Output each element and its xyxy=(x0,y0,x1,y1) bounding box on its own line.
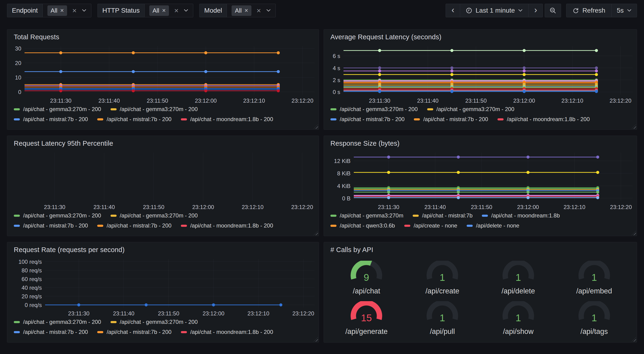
filter-http-status-chip[interactable]: All × xyxy=(149,5,169,16)
legend-item[interactable]: /api/chat - mistral:7b - 200 xyxy=(330,116,404,123)
legend-item[interactable]: /api/chat - gemma3:270m - 200 xyxy=(14,106,101,113)
panel-title[interactable]: Total Requests xyxy=(7,30,319,44)
legend-item[interactable]: /api/chat - mistral:7b xyxy=(413,212,472,219)
refresh-group: Refresh 5s xyxy=(566,4,637,17)
legend-series-color xyxy=(498,118,504,120)
gauge-arc: 9 xyxy=(346,261,386,287)
refresh-interval-dropdown[interactable]: 5s xyxy=(611,4,637,17)
legend-item[interactable]: /api/chat - moondream:1.8b - 200 xyxy=(181,329,273,335)
x-axis-tick-label: 23:12:10 xyxy=(562,98,583,104)
legend-item[interactable]: /api/chat - mistral:7b - 200 xyxy=(97,222,171,229)
data-point xyxy=(457,191,460,194)
legend-item[interactable]: /api/create - none xyxy=(404,222,457,229)
legend-item[interactable]: /api/chat - mistral:7b - 200 xyxy=(14,329,88,335)
x-axis-tick-label: 23:12:20 xyxy=(292,310,314,316)
filter-clear-icon[interactable]: × xyxy=(174,7,178,14)
panel-title[interactable]: Request Rate (requests per second) xyxy=(7,242,319,256)
legend-item[interactable]: /api/chat - mistral:7b - 200 xyxy=(414,116,488,123)
filter-http-status-value[interactable]: All × × xyxy=(144,4,193,17)
panel-title[interactable]: Average Request Latency (seconds) xyxy=(324,30,637,44)
legend-series-label: /api/chat - moondream:1.8b - 200 xyxy=(190,222,273,229)
filter-endpoint-chip[interactable]: All × xyxy=(48,5,67,16)
legend-item[interactable]: /api/chat - gemma3:270m - 200 xyxy=(110,106,198,113)
legend-item[interactable]: /api/chat - mistral:7b - 200 xyxy=(97,329,171,335)
gauge-label: /api/pull xyxy=(430,327,455,336)
time-series-chart[interactable]: 23:11:3023:11:4023:11:5023:12:0023:12:10… xyxy=(324,150,637,211)
x-axis-tick-label: 23:11:40 xyxy=(417,98,438,104)
legend-item[interactable]: /api/delete - none xyxy=(467,222,519,229)
time-shift-back-button[interactable]: ‹ xyxy=(446,4,460,17)
filter-model-chip-text: All xyxy=(235,7,242,14)
legend-item[interactable]: /api/chat - gemma3:270m - 200 xyxy=(110,212,198,219)
filter-model-chip[interactable]: All × xyxy=(232,5,252,16)
time-series-plot[interactable]: 23:11:3023:11:4023:11:5023:12:0023:12:10… xyxy=(324,150,637,211)
chevron-down-icon[interactable] xyxy=(184,9,188,12)
legend-item[interactable]: /api/chat - moondream:1.8b xyxy=(482,212,560,219)
y-axis-tick-label: 10 xyxy=(15,74,21,81)
time-series-chart[interactable]: 23:11:3023:11:4023:11:5023:12:0023:12:10… xyxy=(7,150,319,211)
chart-legend: /api/chat - gemma3:270m - 200/api/chat -… xyxy=(7,211,319,236)
legend-item[interactable]: /api/chat - gemma3:270m - 200 xyxy=(110,319,198,325)
filter-endpoint-label: Endpoint xyxy=(7,4,42,17)
legend-series-color xyxy=(467,225,473,227)
time-series-chart[interactable]: 23:11:3023:11:4023:11:5023:12:0023:12:10… xyxy=(324,44,637,105)
panel-title[interactable]: # Calls by API xyxy=(324,242,637,256)
chevron-down-icon[interactable] xyxy=(266,9,271,12)
y-axis-tick-label: 0 req/s xyxy=(25,302,42,308)
time-series-chart[interactable]: 23:11:3023:11:4023:11:5023:12:0023:12:10… xyxy=(7,256,319,318)
legend-row: /api/chat - mistral:7b - 200/api/chat - … xyxy=(14,222,312,229)
filter-endpoint-value[interactable]: All × × xyxy=(42,4,91,17)
legend-series-label: /api/chat - moondream:1.8b - 200 xyxy=(190,329,273,335)
time-series-plot[interactable]: 23:11:3023:11:4023:11:5023:12:0023:12:10… xyxy=(324,44,637,105)
data-point xyxy=(277,89,280,92)
x-axis-tick-label: 23:12:10 xyxy=(248,310,269,316)
legend-series-label: /api/chat - gemma3:270m - 200 xyxy=(120,212,198,219)
time-series-plot[interactable]: 23:11:3023:11:4023:11:5023:12:0023:12:10… xyxy=(7,256,319,318)
legend-item[interactable]: /api/chat - gemma3:270m - 200 xyxy=(14,212,101,219)
gauge-label: /api/chat xyxy=(353,287,380,295)
legend-item[interactable]: /api/chat - mistral:7b - 200 xyxy=(97,116,171,123)
chevron-down-icon xyxy=(518,9,523,12)
chart-legend: /api/chat - gemma3:270m - 200/api/chat -… xyxy=(7,105,319,130)
legend-item[interactable]: /api/chat - gemma3:270m - 200 xyxy=(427,106,514,113)
time-shift-forward-button[interactable]: › xyxy=(528,4,543,17)
chart-legend: /api/chat - gemma3:270m/api/chat - mistr… xyxy=(324,211,637,236)
filter-model-value[interactable]: All × × xyxy=(227,4,276,17)
refresh-icon xyxy=(572,7,579,14)
gauge-label: /api/generate xyxy=(345,327,388,336)
zoom-out-button[interactable] xyxy=(545,4,561,17)
panel-title[interactable]: Request Latency 95th Percentile xyxy=(7,136,319,150)
legend-item[interactable]: /api/chat - gemma3:270m - 200 xyxy=(330,106,418,113)
gauge: 1/api/show xyxy=(480,298,556,338)
legend-item[interactable]: /api/chat - gemma3:270m xyxy=(330,212,403,219)
panel-title[interactable]: Response Size (bytes) xyxy=(324,136,637,150)
chip-remove-icon[interactable]: × xyxy=(244,8,248,14)
legend-item[interactable]: /api/chat - mistral:7b - 200 xyxy=(14,116,88,123)
legend-series-color xyxy=(330,108,336,110)
time-series-plot[interactable]: 23:11:3023:11:4023:11:5023:12:0023:12:10… xyxy=(7,150,319,211)
gauge-label: /api/tags xyxy=(580,327,608,336)
data-point xyxy=(596,191,599,194)
chip-remove-icon[interactable]: × xyxy=(162,8,166,14)
legend-item[interactable]: /api/chat - mistral:7b - 200 xyxy=(14,222,88,229)
time-range-picker-button[interactable]: Last 1 minute xyxy=(460,4,528,17)
chevron-down-icon[interactable] xyxy=(82,9,86,12)
data-point xyxy=(378,90,381,93)
filter-clear-icon[interactable]: × xyxy=(72,7,77,14)
filter-clear-icon[interactable]: × xyxy=(256,7,261,14)
time-series-chart[interactable]: 23:11:3023:11:4023:11:5023:12:0023:12:10… xyxy=(7,44,319,105)
legend-item[interactable]: /api/chat - moondream:1.8b - 200 xyxy=(498,116,590,123)
data-point xyxy=(596,171,599,174)
legend-item[interactable]: /api/chat - moondream:1.8b - 200 xyxy=(181,116,273,123)
x-axis-tick-label: 23:12:10 xyxy=(564,204,585,210)
time-series-plot[interactable]: 23:11:3023:11:4023:11:5023:12:0023:12:10… xyxy=(7,44,319,105)
legend-series-label: /api/chat - gemma3:270m - 200 xyxy=(120,319,198,325)
legend-item[interactable]: /api/chat - qwen3:0.6b xyxy=(330,222,395,229)
refresh-button[interactable]: Refresh xyxy=(566,4,612,17)
filter-http-status: HTTP Status All × × xyxy=(98,4,193,17)
panel-total-requests: Total Requests 23:11:3023:11:4023:11:502… xyxy=(7,29,319,130)
chip-remove-icon[interactable]: × xyxy=(60,8,64,14)
legend-item[interactable]: /api/chat - gemma3:270m - 200 xyxy=(14,319,101,325)
legend-item[interactable]: /api/chat - moondream:1.8b - 200 xyxy=(181,222,273,229)
data-point xyxy=(277,70,280,73)
